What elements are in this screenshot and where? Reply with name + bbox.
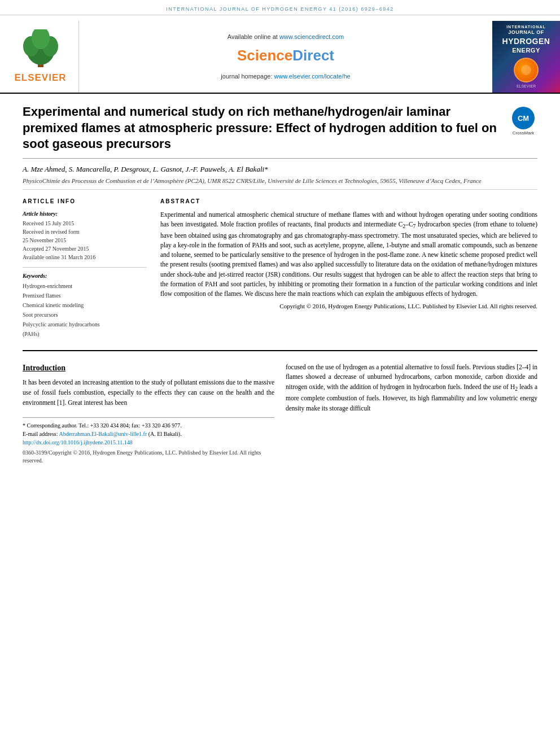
article-info-column: ARTICLE INFO Article history: Received 1… (23, 198, 147, 344)
logo-orange-text: Science (237, 47, 292, 64)
crossmark-badge: CM CrossMark (509, 104, 537, 136)
keywords-list: Hydrogen-enrichment Premixed flames Chem… (23, 281, 147, 339)
article-title-section: Experimental and numerical study on rich… (23, 94, 537, 159)
keyword-3: Chemical kinetic modeling (23, 300, 147, 310)
received1: Received 15 July 2015 (23, 219, 147, 228)
available-online-text: Available online at www.sciencedirect.co… (228, 33, 344, 41)
keyword-5: Polycyclic aromatic hydrocarbons (23, 320, 147, 329)
issn-line: 0360-3199/Copyright © 2016, Hydrogen Ene… (23, 449, 274, 465)
abstract-paragraph: Experimental and numerical atmospheric c… (160, 210, 537, 299)
main-body: Introduction It has been devoted an incr… (23, 350, 537, 465)
received2: Received in revised form (23, 228, 147, 236)
journal-thumb-elsevier-label: ELSEVIER (517, 84, 536, 89)
accepted: Accepted 27 November 2015 (23, 244, 147, 253)
sciencedirect-logo: ScienceDirect (237, 45, 334, 65)
introduction-title: Introduction (23, 362, 274, 374)
article-title: Experimental and numerical study on rich… (23, 104, 504, 152)
journal-banner-text: INTERNATIONAL JOURNAL OF HYDROGEN ENERGY… (166, 6, 394, 12)
body-right: focused on the use of hydrogen as a pote… (286, 362, 537, 465)
abstract-column: ABSTRACT Experimental and numerical atmo… (160, 198, 537, 344)
keywords-title: Keywords: (23, 272, 147, 280)
sciencedirect-url[interactable]: www.sciencedirect.com (279, 33, 344, 40)
elsevier-tree-icon (15, 29, 66, 69)
keyword-1: Hydrogen-enrichment (23, 281, 147, 291)
logo-blue-text: Direct (292, 47, 334, 64)
body-left: Introduction It has been devoted an incr… (23, 362, 274, 465)
crossmark-icon: CM (511, 106, 535, 130)
journal-thumb-hydrogen: HYDROGEN (502, 36, 550, 46)
header-center: Available online at www.sciencedirect.co… (79, 21, 492, 93)
article-history-title: Article history: (23, 210, 147, 218)
article-content: Experimental and numerical study on rich… (0, 94, 560, 464)
footnote-star: * Corresponding author. Tel.: +33 320 43… (23, 421, 274, 430)
keywords-group: Keywords: Hydrogen-enrichment Premixed f… (23, 272, 147, 339)
footnote-star-text: * Corresponding author. Tel.: +33 320 43… (23, 422, 182, 429)
footnote-email-suffix: (A. El Bakali). (148, 431, 182, 437)
authors-line: A. Mze Ahmed, S. Mancarella, P. Desgroux… (23, 164, 537, 174)
available-online: Available online 31 March 2016 (23, 253, 147, 261)
footnote-email: E-mail address: Abderrahman.El-Bakali@un… (23, 430, 274, 438)
elsevier-logo: ELSEVIER (0, 21, 79, 93)
footnote-email-label: E-mail address: (23, 431, 58, 437)
intro-text-right: focused on the use of hydrogen as a pote… (286, 362, 537, 414)
footnote-email-link[interactable]: Abderrahman.El-Bakali@univ-lille1.fr (59, 431, 147, 437)
crossmark-label: CrossMark (513, 130, 535, 136)
authors-section: A. Mze Ahmed, S. Mancarella, P. Desgroux… (23, 159, 537, 189)
journal-thumb-international: INTERNATIONAL (502, 24, 550, 29)
journal-thumb-journal-of: JOURNAL OF (502, 29, 550, 36)
doi-link[interactable]: http://dx.doi.org/10.1016/j.ijhydene.201… (23, 439, 133, 445)
affiliation-line: PhysicoChimie des Processus de Combustio… (23, 177, 537, 185)
keyword-2: Premixed flames (23, 291, 147, 300)
journal-banner: INTERNATIONAL JOURNAL OF HYDROGEN ENERGY… (0, 0, 560, 15)
footnote-section: * Corresponding author. Tel.: +33 320 43… (23, 417, 274, 465)
journal-thumb-title: INTERNATIONAL JOURNAL OF HYDROGEN ENERGY (502, 24, 550, 54)
intro-text-left: It has been devoted an increasing attent… (23, 378, 274, 408)
authors-text: A. Mze Ahmed, S. Mancarella, P. Desgroux… (23, 165, 268, 173)
svg-text:CM: CM (518, 114, 529, 123)
article-info-abstract: ARTICLE INFO Article history: Received 1… (23, 189, 537, 344)
keyword-6: (PAHs) (23, 329, 147, 339)
journal-thumb-energy: ENERGY (502, 46, 550, 54)
footnote-doi: http://dx.doi.org/10.1016/j.ijhydene.201… (23, 438, 274, 447)
keyword-4: Soot precursors (23, 310, 147, 320)
divider (23, 267, 147, 268)
elsevier-label: ELSEVIER (14, 71, 66, 85)
abstract-copyright: Copyright © 2016, Hydrogen Energy Public… (160, 302, 537, 311)
journal-homepage: journal homepage: www.elsevier.com/locat… (221, 72, 350, 81)
journal-thumb-graphic (514, 58, 539, 82)
journal-header: ELSEVIER Available online at www.science… (0, 15, 560, 94)
abstract-text: Experimental and numerical atmospheric c… (160, 210, 537, 299)
article-history: Article history: Received 15 July 2015 R… (23, 210, 147, 261)
journal-homepage-link[interactable]: www.elsevier.com/locate/he (274, 73, 351, 80)
received2b: 25 November 2015 (23, 236, 147, 244)
article-info-heading: ARTICLE INFO (23, 198, 147, 206)
abstract-heading: ABSTRACT (160, 198, 537, 206)
journal-thumbnail: INTERNATIONAL JOURNAL OF HYDROGEN ENERGY… (492, 21, 560, 93)
